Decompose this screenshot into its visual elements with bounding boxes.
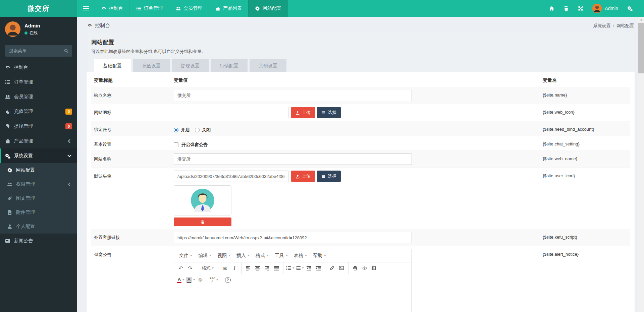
menu-format[interactable]: 格式 (253, 251, 272, 260)
top-menu-orders[interactable]: 订单管理 (129, 0, 169, 17)
home-icon[interactable] (549, 6, 554, 11)
chevron-down-icon (267, 255, 269, 256)
align-left-button[interactable] (244, 264, 253, 272)
align-justify-button[interactable] (272, 264, 281, 272)
sidebar-item-profile[interactable]: 个人配置 (0, 220, 77, 234)
withdraw-badge: 0 (65, 123, 72, 129)
menu-view[interactable]: 视图 (214, 251, 233, 260)
user-menu[interactable]: Admin (592, 4, 618, 13)
menu-edit[interactable]: 编辑 (195, 251, 214, 260)
kefu-link-input[interactable] (174, 232, 412, 243)
sidebar-item-members[interactable]: 会员管理 (0, 89, 77, 104)
image-button[interactable] (337, 264, 346, 272)
radio-on[interactable] (174, 128, 178, 132)
align-center-button[interactable] (253, 264, 262, 272)
chevron-down-icon (286, 255, 288, 256)
sidebar-item-dashboard[interactable]: 控制台 (0, 60, 77, 75)
sidebar-item-recharge[interactable]: 充值管理 0 (0, 104, 77, 119)
tab-other-settings[interactable]: 其他设置 (250, 59, 286, 72)
chevron-down-icon (292, 267, 294, 269)
page-scrollbar[interactable]: ▲ (638, 17, 644, 312)
top-menu-site-config[interactable]: 网站配置 (248, 0, 288, 17)
background-color-button[interactable]: A (186, 275, 195, 284)
menu-insert[interactable]: 插入 (233, 251, 253, 260)
sidebar-item-orders[interactable]: 订单管理 (0, 75, 77, 89)
chevron-down-icon (209, 255, 211, 256)
app-logo[interactable]: 微交所 (0, 0, 77, 17)
web-name-input[interactable] (174, 153, 412, 165)
undo-button[interactable]: ↶ (176, 264, 185, 272)
sidebar-item-permissions[interactable]: 权限管理 (0, 177, 77, 191)
hamburger-icon (83, 6, 89, 7)
tab-market-config[interactable]: 行情配置 (211, 59, 248, 72)
italic-button[interactable]: I (230, 264, 239, 272)
menu-table[interactable]: 表格 (291, 251, 310, 260)
popup-notice-checkbox[interactable] (174, 142, 178, 147)
choose-button[interactable]: 选择 (317, 171, 341, 182)
breadcrumb-current: 网站配置 (616, 23, 634, 28)
default-avatar-input[interactable] (174, 171, 288, 182)
list-icon (321, 111, 326, 115)
indent-button[interactable] (314, 264, 323, 272)
numbered-list-button[interactable] (295, 264, 304, 272)
format-select[interactable]: 格式 (200, 264, 216, 272)
spellcheck-button[interactable]: ABC✓ (210, 275, 218, 284)
sidebar-item-news[interactable]: 新闻公告 (0, 234, 77, 248)
preview-button[interactable] (360, 264, 369, 272)
link-button[interactable] (328, 264, 336, 272)
scrollbar-up-arrow[interactable]: ▲ (638, 17, 644, 22)
menu-file[interactable]: 文件 (176, 251, 195, 260)
chevron-left-icon (67, 138, 72, 144)
sidebar-item-system-settings[interactable]: 系统设置 (0, 148, 77, 163)
web-icon-input[interactable] (174, 107, 288, 118)
tab-basic-config[interactable]: 基础配置 (94, 59, 131, 72)
tab-withdraw-settings[interactable]: 提现设置 (172, 59, 209, 72)
upload-button[interactable]: 上传 (291, 107, 315, 118)
tab-recharge-settings[interactable]: 充值设置 (133, 59, 170, 72)
print-button[interactable] (351, 264, 360, 272)
media-button[interactable] (370, 264, 378, 272)
sidebar-item-withdraw[interactable]: 提现管理 0 (0, 119, 77, 134)
text-color-button[interactable]: A (176, 275, 185, 284)
editor-content[interactable] (174, 286, 412, 312)
search-input[interactable] (5, 45, 72, 57)
sidebar-item-articles[interactable]: 图文管理 (0, 191, 77, 205)
avatar-preview[interactable] (174, 185, 231, 215)
choose-button[interactable]: 选择 (317, 107, 341, 118)
menu-help[interactable]: 帮助 (310, 251, 329, 260)
sidebar-item-attachments[interactable]: 附件管理 (0, 205, 77, 220)
breadcrumb-parent[interactable]: 系统设置 (593, 23, 610, 28)
table-row: 外置客服链接 {$site.kefu_script} (91, 229, 630, 246)
sidebar-search (5, 45, 72, 57)
sidebar-item-site-config[interactable]: 网站配置 (0, 163, 77, 177)
bullet-list-icon (286, 266, 291, 270)
print-icon (353, 266, 358, 270)
radio-off[interactable] (195, 128, 200, 132)
redo-button[interactable]: ↷ (186, 264, 195, 272)
table-row: 网站名称 {$site.web_name} (91, 151, 630, 168)
upload-button[interactable]: 上传 (291, 171, 315, 182)
gears-icon[interactable] (627, 6, 633, 11)
table-row: 默认头像 上传 选择 (91, 168, 630, 229)
top-menu-products[interactable]: 产品列表 (209, 0, 248, 17)
table-row: 站点名称 {$site.name} (91, 87, 630, 104)
outdent-button[interactable] (305, 264, 313, 272)
bold-button[interactable]: B (221, 264, 229, 272)
search-icon[interactable] (64, 48, 69, 53)
site-name-input[interactable] (174, 90, 412, 101)
align-right-button[interactable] (263, 264, 271, 272)
scrollbar-thumb[interactable] (638, 23, 644, 73)
sidebar-toggle-button[interactable] (77, 0, 95, 17)
fullscreen-icon[interactable] (578, 6, 583, 11)
emoji-button[interactable]: ☺ (196, 275, 205, 284)
menu-tools[interactable]: 工具 (272, 251, 291, 260)
help-button[interactable]: ? (223, 275, 232, 284)
trash-icon[interactable] (564, 6, 569, 11)
delete-avatar-button[interactable] (174, 217, 231, 226)
users-icon (7, 182, 12, 187)
bullet-list-button[interactable] (286, 264, 294, 272)
top-menu-members[interactable]: 会员管理 (169, 0, 209, 17)
dashboard-icon (101, 6, 106, 11)
sidebar-item-products[interactable]: 产品管理 (0, 134, 77, 148)
top-menu-dashboard[interactable]: 控制台 (95, 0, 129, 17)
